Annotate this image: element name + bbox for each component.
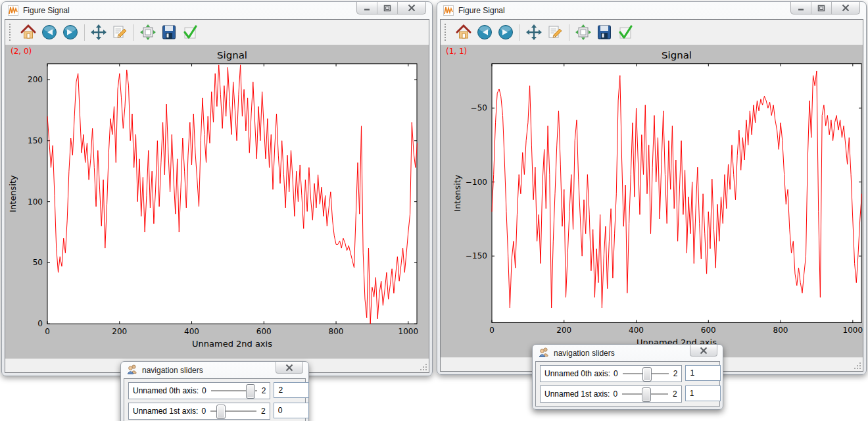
matplotlib-wave-icon xyxy=(8,5,18,16)
svg-text:−100: −100 xyxy=(466,178,487,187)
figure-canvas[interactable]: (1, 1) 02004006008001000−50−100−150Signa… xyxy=(441,45,863,357)
configure-subplots-button[interactable] xyxy=(138,22,158,42)
window-client-area: (2, 0) 02004006008001000050100150200Sign… xyxy=(5,19,429,373)
dialog-body: Unnamed 0th axis: 0 2 Unnamed 1st axis: … xyxy=(124,378,306,421)
window-title: Figure Signal xyxy=(458,6,505,15)
svg-text:600: 600 xyxy=(256,327,272,336)
slider-label: Unnamed 1st axis: xyxy=(544,389,610,399)
home-button[interactable] xyxy=(18,22,38,42)
toolbar-separator xyxy=(133,24,134,41)
dialog-titlebar[interactable]: navigation sliders xyxy=(533,345,723,361)
axis0-slider-group: Unnamed 0th axis: 0 2 xyxy=(128,382,270,399)
window-controls xyxy=(356,2,426,14)
svg-text:0: 0 xyxy=(37,319,43,328)
back-button[interactable] xyxy=(39,22,59,42)
toolbar-separator xyxy=(519,24,520,41)
window-client-area: (1, 1) 02004006008001000−50−100−150Signa… xyxy=(440,19,863,372)
save-button[interactable] xyxy=(159,22,179,42)
svg-text:−150: −150 xyxy=(466,251,487,260)
svg-text:800: 800 xyxy=(773,326,788,335)
titlebar[interactable]: Figure Signal xyxy=(437,2,866,19)
cursor-position-label: (2, 0) xyxy=(11,47,32,56)
resize-grip[interactable] xyxy=(420,363,427,371)
toolbar-separator xyxy=(569,24,569,41)
close-button[interactable] xyxy=(398,2,425,14)
dialog-titlebar[interactable]: navigation sliders xyxy=(121,362,308,378)
dialog-title: navigation sliders xyxy=(554,349,615,358)
slider-row: Unnamed 1st axis: 0 2 xyxy=(540,385,715,403)
back-button[interactable] xyxy=(475,22,494,42)
navigation-sliders-dialog-left: navigation sliders Unnamed 0th axis: 0 2… xyxy=(120,361,309,421)
svg-text:1000: 1000 xyxy=(843,326,863,335)
figure-canvas[interactable]: (2, 0) 02004006008001000050100150200Sign… xyxy=(5,45,429,359)
slider-max-label: 2 xyxy=(673,369,678,378)
minimize-button[interactable] xyxy=(791,2,811,14)
slider-handle[interactable] xyxy=(216,405,226,419)
svg-text:150: 150 xyxy=(28,136,43,145)
svg-text:100: 100 xyxy=(28,197,43,207)
plot-toolbar xyxy=(441,20,863,45)
titlebar[interactable]: Figure Signal xyxy=(2,2,432,19)
cursor-position-label: (1, 1) xyxy=(446,47,467,56)
dialog-close-button[interactable] xyxy=(276,362,303,374)
axis1-slider[interactable] xyxy=(622,387,668,401)
svg-text:Signal: Signal xyxy=(662,49,692,61)
svg-text:−50: −50 xyxy=(471,103,487,112)
slider-max-label: 2 xyxy=(261,407,266,416)
window-title: Figure Signal xyxy=(23,6,70,15)
svg-text:0: 0 xyxy=(489,326,494,335)
dialog-close-button[interactable] xyxy=(690,345,717,357)
slider-max-label: 2 xyxy=(262,386,266,395)
configure-subplots-button[interactable] xyxy=(573,22,593,42)
maximize-button[interactable] xyxy=(811,2,832,14)
slider-max-label: 2 xyxy=(673,389,677,399)
edit-parameters-button[interactable] xyxy=(110,22,130,42)
matplotlib-wave-icon xyxy=(443,5,454,16)
axis1-slider[interactable] xyxy=(210,404,256,418)
window-controls xyxy=(790,2,860,14)
svg-text:800: 800 xyxy=(329,327,344,336)
confirm-button[interactable] xyxy=(615,22,635,42)
slider-min-label: 0 xyxy=(613,389,617,399)
slider-label: Unnamed 0th axis: xyxy=(544,369,610,378)
save-button[interactable] xyxy=(594,22,614,42)
toolbar-drag-handle[interactable] xyxy=(9,24,14,41)
axis0-slider-group: Unnamed 0th axis: 0 2 xyxy=(540,365,682,382)
pan-button[interactable] xyxy=(524,22,544,42)
slider-min-label: 0 xyxy=(202,386,206,395)
svg-text:50: 50 xyxy=(33,258,43,267)
figure-window-left: Figure Signal (2, 0) 0200400600800100005… xyxy=(1,1,433,376)
resize-grip[interactable] xyxy=(854,362,861,370)
slider-min-label: 0 xyxy=(614,369,618,378)
slider-handle[interactable] xyxy=(642,387,651,402)
close-button[interactable] xyxy=(832,2,859,14)
pan-button[interactable] xyxy=(89,22,108,42)
maximize-button[interactable] xyxy=(377,2,398,14)
plot-toolbar xyxy=(5,20,429,45)
axis0-slider[interactable] xyxy=(211,384,257,398)
axis0-slider[interactable] xyxy=(623,366,669,381)
slider-row: Unnamed 1st axis: 0 2 xyxy=(128,403,301,420)
confirm-button[interactable] xyxy=(180,22,200,42)
slider-min-label: 0 xyxy=(201,407,206,416)
svg-text:600: 600 xyxy=(701,326,716,335)
toolbar-drag-handle[interactable] xyxy=(445,24,449,41)
forward-button[interactable] xyxy=(60,22,80,42)
axis0-value-input[interactable] xyxy=(685,365,721,381)
slider-handle[interactable] xyxy=(642,367,652,382)
edit-parameters-button[interactable] xyxy=(545,22,565,42)
toolbar-separator xyxy=(84,24,85,41)
svg-text:200: 200 xyxy=(556,326,571,335)
minimize-button[interactable] xyxy=(357,2,377,14)
dialog-body: Unnamed 0th axis: 0 2 Unnamed 1st axis: … xyxy=(535,361,720,407)
signal-plot: 02004006008001000050100150200SignalUnnam… xyxy=(5,45,429,359)
forward-button[interactable] xyxy=(496,22,516,42)
axis0-value-input[interactable] xyxy=(274,382,309,398)
slider-label: Unnamed 1st axis: xyxy=(133,407,198,416)
axis1-value-input[interactable] xyxy=(685,385,721,401)
svg-text:400: 400 xyxy=(184,327,199,336)
slider-handle[interactable] xyxy=(246,384,255,399)
svg-text:200: 200 xyxy=(28,75,43,84)
axis1-value-input[interactable] xyxy=(274,403,309,418)
home-button[interactable] xyxy=(454,22,473,42)
